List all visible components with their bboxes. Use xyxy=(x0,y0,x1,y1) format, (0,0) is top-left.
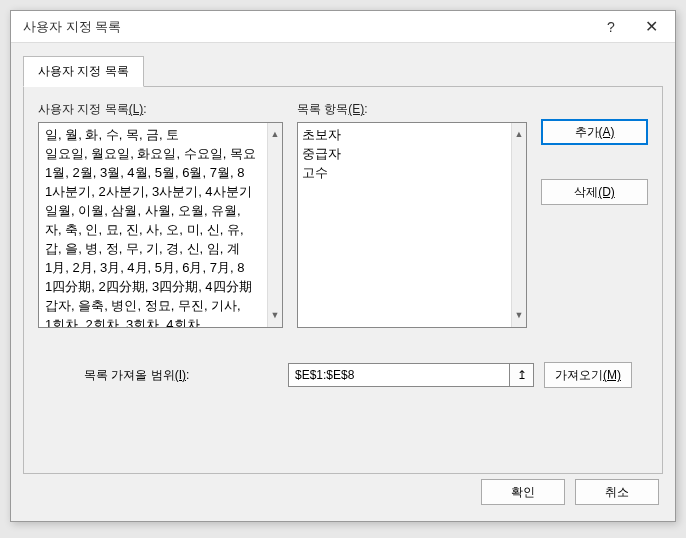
import-range-label: 목록 가져올 범위(I): xyxy=(38,367,278,384)
scroll-up-icon[interactable]: ▲ xyxy=(271,123,280,146)
tab-custom-lists[interactable]: 사용자 지정 목록 xyxy=(23,56,144,87)
custom-lists-dialog: 사용자 지정 목록 ? ✕ 사용자 지정 목록 사용자 지정 목록(L): 일,… xyxy=(10,10,676,522)
list-item[interactable]: 일요일, 월요일, 화요일, 수요일, 목요 xyxy=(43,144,263,163)
collapse-icon: ↥ xyxy=(517,368,527,382)
import-range-input[interactable] xyxy=(288,363,510,387)
custom-lists-label: 사용자 지정 목록(L): xyxy=(38,101,283,118)
list-entries-label: 목록 항목(E): xyxy=(297,101,527,118)
entries-scrollbar[interactable]: ▲ ▼ xyxy=(511,123,526,327)
list-item[interactable]: 갑자, 을축, 병인, 정묘, 무진, 기사, xyxy=(43,296,263,315)
list-item[interactable]: 1月, 2月, 3月, 4月, 5月, 6月, 7月, 8 xyxy=(43,258,263,277)
tab-strip: 사용자 지정 목록 xyxy=(11,43,675,86)
list-item[interactable]: 일월, 이월, 삼월, 사월, 오월, 유월, xyxy=(43,201,263,220)
ok-button[interactable]: 확인 xyxy=(481,479,565,505)
dialog-title: 사용자 지정 목록 xyxy=(23,18,591,36)
titlebar: 사용자 지정 목록 ? ✕ xyxy=(11,11,675,43)
help-button[interactable]: ? xyxy=(591,13,631,41)
list-item[interactable]: 1회차, 2회차, 3회차, 4회차 xyxy=(43,315,263,328)
list-entries-textarea[interactable]: 초보자 중급자 고수 ▲ ▼ xyxy=(297,122,527,328)
listbox-scrollbar[interactable]: ▲ ▼ xyxy=(267,123,282,327)
scroll-down-icon[interactable]: ▼ xyxy=(271,304,280,327)
delete-button[interactable]: 삭제(D) xyxy=(541,179,648,205)
list-item[interactable]: 갑, 을, 병, 정, 무, 기, 경, 신, 임, 계 xyxy=(43,239,263,258)
tab-panel: 사용자 지정 목록(L): 일, 월, 화, 수, 목, 금, 토일요일, 월요… xyxy=(23,86,663,474)
range-picker-button[interactable]: ↥ xyxy=(510,363,534,387)
close-button[interactable]: ✕ xyxy=(631,13,671,41)
list-item[interactable]: 1四分期, 2四分期, 3四分期, 4四分期 xyxy=(43,277,263,296)
dialog-footer: 확인 취소 xyxy=(481,479,659,505)
list-item[interactable]: 1월, 2월, 3월, 4월, 5월, 6월, 7월, 8 xyxy=(43,163,263,182)
scroll-up-icon[interactable]: ▲ xyxy=(515,123,524,146)
list-item[interactable]: 일, 월, 화, 수, 목, 금, 토 xyxy=(43,125,263,144)
custom-lists-listbox[interactable]: 일, 월, 화, 수, 목, 금, 토일요일, 월요일, 화요일, 수요일, 목… xyxy=(38,122,283,328)
list-item[interactable]: 자, 축, 인, 묘, 진, 사, 오, 미, 신, 유, xyxy=(43,220,263,239)
list-item[interactable]: 1사분기, 2사분기, 3사분기, 4사분기 xyxy=(43,182,263,201)
scroll-down-icon[interactable]: ▼ xyxy=(515,304,524,327)
add-button[interactable]: 추가(A) xyxy=(541,119,648,145)
cancel-button[interactable]: 취소 xyxy=(575,479,659,505)
import-button[interactable]: 가져오기(M) xyxy=(544,362,632,388)
